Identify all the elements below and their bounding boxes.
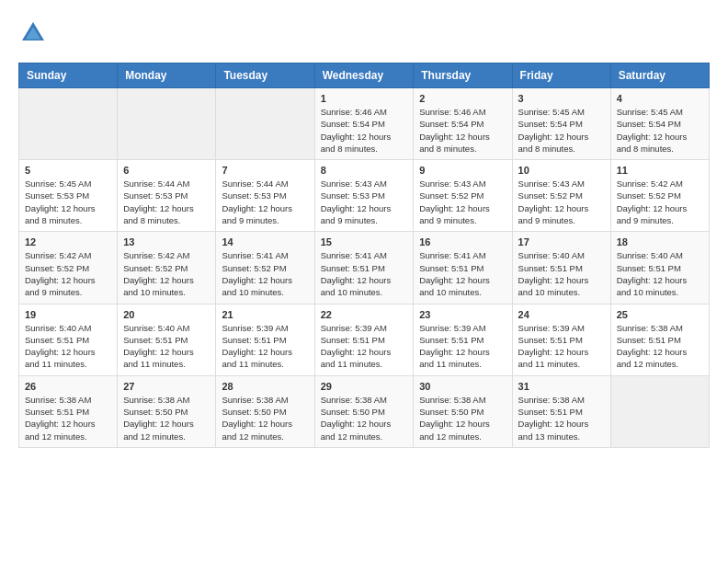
calendar-cell: 11Sunrise: 5:42 AM Sunset: 5:52 PM Dayli… <box>610 160 709 232</box>
day-number: 31 <box>518 381 605 392</box>
day-number: 24 <box>518 309 605 320</box>
day-number: 20 <box>123 309 210 320</box>
day-number: 28 <box>222 381 308 392</box>
day-number: 18 <box>617 236 703 247</box>
calendar-cell: 7Sunrise: 5:44 AM Sunset: 5:53 PM Daylig… <box>216 160 314 232</box>
day-info: Sunrise: 5:45 AM Sunset: 5:54 PM Dayligh… <box>617 106 703 155</box>
day-info: Sunrise: 5:38 AM Sunset: 5:51 PM Dayligh… <box>518 394 605 442</box>
calendar-header-sunday: Sunday <box>19 63 118 88</box>
calendar-header-tuesday: Tuesday <box>216 63 314 88</box>
calendar-cell: 15Sunrise: 5:41 AM Sunset: 5:51 PM Dayli… <box>314 232 414 304</box>
day-info: Sunrise: 5:38 AM Sunset: 5:50 PM Dayligh… <box>222 394 308 442</box>
day-info: Sunrise: 5:42 AM Sunset: 5:52 PM Dayligh… <box>25 249 111 298</box>
calendar-week-3: 12Sunrise: 5:42 AM Sunset: 5:52 PM Dayli… <box>19 232 710 304</box>
day-info: Sunrise: 5:44 AM Sunset: 5:53 PM Dayligh… <box>222 178 308 226</box>
calendar-cell: 10Sunrise: 5:43 AM Sunset: 5:52 PM Dayli… <box>512 160 610 232</box>
calendar-header-thursday: Thursday <box>414 63 512 88</box>
calendar-cell: 19Sunrise: 5:40 AM Sunset: 5:51 PM Dayli… <box>19 304 118 375</box>
day-info: Sunrise: 5:39 AM Sunset: 5:51 PM Dayligh… <box>518 322 605 371</box>
calendar-cell: 29Sunrise: 5:38 AM Sunset: 5:50 PM Dayli… <box>314 375 414 447</box>
day-info: Sunrise: 5:38 AM Sunset: 5:50 PM Dayligh… <box>419 394 506 442</box>
day-number: 19 <box>25 309 111 320</box>
day-info: Sunrise: 5:41 AM Sunset: 5:51 PM Dayligh… <box>419 249 506 298</box>
day-info: Sunrise: 5:41 AM Sunset: 5:51 PM Dayligh… <box>321 249 408 298</box>
day-info: Sunrise: 5:43 AM Sunset: 5:52 PM Dayligh… <box>518 178 605 226</box>
day-info: Sunrise: 5:40 AM Sunset: 5:51 PM Dayligh… <box>123 322 210 371</box>
calendar-cell <box>118 88 216 160</box>
day-number: 21 <box>222 309 308 320</box>
day-info: Sunrise: 5:46 AM Sunset: 5:54 PM Dayligh… <box>419 106 506 155</box>
calendar-cell: 17Sunrise: 5:40 AM Sunset: 5:51 PM Dayli… <box>512 232 610 304</box>
calendar-cell: 5Sunrise: 5:45 AM Sunset: 5:53 PM Daylig… <box>19 160 118 232</box>
calendar-header-wednesday: Wednesday <box>314 63 414 88</box>
calendar-cell: 25Sunrise: 5:38 AM Sunset: 5:51 PM Dayli… <box>610 304 709 375</box>
day-number: 9 <box>419 165 506 176</box>
day-number: 7 <box>222 165 308 176</box>
day-number: 1 <box>321 93 408 104</box>
calendar-week-1: 1Sunrise: 5:46 AM Sunset: 5:54 PM Daylig… <box>19 88 710 160</box>
day-number: 17 <box>518 236 605 247</box>
calendar-cell: 24Sunrise: 5:39 AM Sunset: 5:51 PM Dayli… <box>512 304 610 375</box>
calendar-cell: 31Sunrise: 5:38 AM Sunset: 5:51 PM Dayli… <box>512 375 610 447</box>
day-info: Sunrise: 5:41 AM Sunset: 5:52 PM Dayligh… <box>222 249 308 298</box>
calendar-header-row: SundayMondayTuesdayWednesdayThursdayFrid… <box>19 63 710 88</box>
day-number: 6 <box>123 165 210 176</box>
day-number: 30 <box>419 381 506 392</box>
day-number: 29 <box>321 381 408 392</box>
day-info: Sunrise: 5:42 AM Sunset: 5:52 PM Dayligh… <box>617 178 703 226</box>
calendar-cell: 9Sunrise: 5:43 AM Sunset: 5:52 PM Daylig… <box>414 160 512 232</box>
day-info: Sunrise: 5:40 AM Sunset: 5:51 PM Dayligh… <box>617 249 703 298</box>
calendar-cell: 3Sunrise: 5:45 AM Sunset: 5:54 PM Daylig… <box>512 88 610 160</box>
day-number: 5 <box>25 165 111 176</box>
day-number: 25 <box>617 309 703 320</box>
calendar-cell: 12Sunrise: 5:42 AM Sunset: 5:52 PM Dayli… <box>19 232 118 304</box>
calendar-cell: 14Sunrise: 5:41 AM Sunset: 5:52 PM Dayli… <box>216 232 314 304</box>
calendar-table: SundayMondayTuesdayWednesdayThursdayFrid… <box>18 63 710 448</box>
day-number: 11 <box>617 165 703 176</box>
calendar-cell: 16Sunrise: 5:41 AM Sunset: 5:51 PM Dayli… <box>414 232 512 304</box>
calendar-cell: 13Sunrise: 5:42 AM Sunset: 5:52 PM Dayli… <box>118 232 216 304</box>
calendar-cell: 21Sunrise: 5:39 AM Sunset: 5:51 PM Dayli… <box>216 304 314 375</box>
calendar-cell: 18Sunrise: 5:40 AM Sunset: 5:51 PM Dayli… <box>610 232 709 304</box>
day-info: Sunrise: 5:45 AM Sunset: 5:54 PM Dayligh… <box>518 106 605 155</box>
day-number: 13 <box>123 236 210 247</box>
day-info: Sunrise: 5:40 AM Sunset: 5:51 PM Dayligh… <box>518 249 605 298</box>
calendar-cell <box>216 88 314 160</box>
day-number: 14 <box>222 236 308 247</box>
day-info: Sunrise: 5:38 AM Sunset: 5:51 PM Dayligh… <box>25 394 111 442</box>
day-number: 12 <box>25 236 111 247</box>
page-header <box>18 18 710 48</box>
day-number: 23 <box>419 309 506 320</box>
day-info: Sunrise: 5:46 AM Sunset: 5:54 PM Dayligh… <box>321 106 408 155</box>
day-info: Sunrise: 5:44 AM Sunset: 5:53 PM Dayligh… <box>123 178 210 226</box>
calendar-cell: 23Sunrise: 5:39 AM Sunset: 5:51 PM Dayli… <box>414 304 512 375</box>
calendar-cell: 27Sunrise: 5:38 AM Sunset: 5:50 PM Dayli… <box>118 375 216 447</box>
day-number: 8 <box>321 165 408 176</box>
calendar-header-friday: Friday <box>512 63 610 88</box>
day-number: 16 <box>419 236 506 247</box>
day-info: Sunrise: 5:43 AM Sunset: 5:53 PM Dayligh… <box>321 178 408 226</box>
calendar-cell: 2Sunrise: 5:46 AM Sunset: 5:54 PM Daylig… <box>414 88 512 160</box>
day-number: 15 <box>321 236 408 247</box>
day-number: 2 <box>419 93 506 104</box>
calendar-week-2: 5Sunrise: 5:45 AM Sunset: 5:53 PM Daylig… <box>19 160 710 232</box>
calendar-cell: 28Sunrise: 5:38 AM Sunset: 5:50 PM Dayli… <box>216 375 314 447</box>
calendar-cell: 22Sunrise: 5:39 AM Sunset: 5:51 PM Dayli… <box>314 304 414 375</box>
calendar-cell: 8Sunrise: 5:43 AM Sunset: 5:53 PM Daylig… <box>314 160 414 232</box>
day-number: 27 <box>123 381 210 392</box>
day-number: 22 <box>321 309 408 320</box>
day-info: Sunrise: 5:38 AM Sunset: 5:50 PM Dayligh… <box>321 394 408 442</box>
day-number: 26 <box>25 381 111 392</box>
day-number: 10 <box>518 165 605 176</box>
calendar-header-monday: Monday <box>118 63 216 88</box>
day-info: Sunrise: 5:38 AM Sunset: 5:50 PM Dayligh… <box>123 394 210 442</box>
day-number: 3 <box>518 93 605 104</box>
day-number: 4 <box>617 93 703 104</box>
logo <box>18 18 53 48</box>
calendar-cell: 26Sunrise: 5:38 AM Sunset: 5:51 PM Dayli… <box>19 375 118 447</box>
day-info: Sunrise: 5:39 AM Sunset: 5:51 PM Dayligh… <box>222 322 308 371</box>
day-info: Sunrise: 5:42 AM Sunset: 5:52 PM Dayligh… <box>123 249 210 298</box>
calendar-cell: 30Sunrise: 5:38 AM Sunset: 5:50 PM Dayli… <box>414 375 512 447</box>
calendar-cell <box>610 375 709 447</box>
calendar-header-saturday: Saturday <box>610 63 709 88</box>
